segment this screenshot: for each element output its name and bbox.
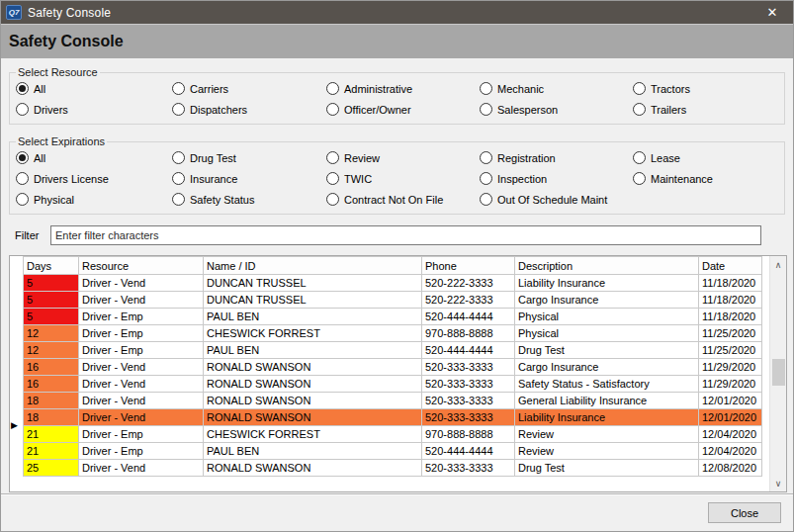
radio-circle-icon <box>480 151 492 164</box>
radio-label: Drug Test <box>190 152 236 164</box>
cell-phone: 520-333-3333 <box>422 460 515 477</box>
cell-phone: 520-444-4444 <box>422 443 515 460</box>
selected-row-marker-icon: ▶ <box>11 417 18 434</box>
table-row[interactable]: 12Driver - EmpPAUL BEN520-444-4444Drug T… <box>24 342 762 359</box>
vertical-scrollbar[interactable]: ∧ ∨ <box>769 256 786 491</box>
cell-days: 18 <box>24 409 79 426</box>
close-button[interactable]: Close <box>708 502 781 523</box>
radio-all[interactable]: All <box>16 147 172 168</box>
radio-twic[interactable]: TWIC <box>326 168 480 189</box>
table-row[interactable]: 18Driver - VendRONALD SWANSON520-333-333… <box>24 409 762 426</box>
table-row[interactable]: 18Driver - VendRONALD SWANSON520-333-333… <box>24 393 762 409</box>
radio-circle-icon <box>480 193 492 206</box>
radio-trailers[interactable]: Trailers <box>633 99 690 120</box>
radio-safety-status[interactable]: Safety Status <box>172 189 326 210</box>
radio-circle-icon <box>16 172 29 185</box>
radio-label: Mechanic <box>497 83 544 95</box>
cell-description: Review <box>515 426 699 443</box>
filter-input[interactable] <box>50 225 761 245</box>
radio-lease[interactable]: Lease <box>633 147 713 168</box>
table-row[interactable]: 5Driver - VendDUNCAN TRUSSEL520-222-3333… <box>24 292 762 309</box>
radio-column: Drug TestInsuranceSafety Status <box>172 147 326 210</box>
radio-circle-icon <box>326 103 339 116</box>
radio-circle-icon <box>16 193 29 206</box>
footer-bar: Close <box>1 493 793 531</box>
col-header-date[interactable]: Date <box>699 257 762 275</box>
radio-contract-not-on-file[interactable]: Contract Not On File <box>326 189 480 210</box>
cell-days: 12 <box>24 342 79 359</box>
cell-days: 21 <box>24 443 79 460</box>
radio-physical[interactable]: Physical <box>16 189 172 210</box>
table-row[interactable]: 21Driver - EmpPAUL BEN520-444-4444Review… <box>24 443 762 460</box>
radio-label: Maintenance <box>651 173 713 185</box>
radio-circle-icon <box>633 151 646 164</box>
cell-days: 21 <box>24 426 79 443</box>
radio-carriers[interactable]: Carriers <box>172 78 326 99</box>
scroll-up-icon[interactable]: ∧ <box>770 256 786 273</box>
col-header-phone[interactable]: Phone <box>422 257 515 275</box>
cell-phone: 520-333-3333 <box>422 359 515 376</box>
radio-all[interactable]: All <box>16 78 172 99</box>
table-row[interactable]: 25Driver - VendRONALD SWANSON520-333-333… <box>24 460 762 477</box>
cell-description: Liability Insurance <box>515 275 699 292</box>
safety-grid: Days Resource Name / ID Phone Descriptio… <box>23 256 762 477</box>
radio-officer-owner[interactable]: Officer/Owner <box>326 99 480 120</box>
radio-circle-icon <box>633 82 646 95</box>
app-icon: Q7 <box>6 5 22 20</box>
col-header-resource[interactable]: Resource <box>79 257 204 275</box>
table-row[interactable]: 5Driver - VendDUNCAN TRUSSEL520-222-3333… <box>24 275 762 292</box>
cell-description: General Liability Insurance <box>515 393 699 409</box>
radio-label: Tractors <box>651 83 690 95</box>
col-header-description[interactable]: Description <box>515 257 699 275</box>
radio-out-of-schedule-maint[interactable]: Out Of Schedule Maint <box>480 189 633 210</box>
cell-description: Drug Test <box>515 460 699 477</box>
filter-row: Filter <box>15 225 779 245</box>
radio-circle-icon <box>633 172 646 185</box>
radio-dispatchers[interactable]: Dispatchers <box>172 99 326 120</box>
radio-registration[interactable]: Registration <box>480 147 633 168</box>
radio-label: Insurance <box>190 173 237 185</box>
cell-name-id: DUNCAN TRUSSEL <box>204 292 422 309</box>
radio-administrative[interactable]: Administrative <box>326 78 480 99</box>
cell-date: 11/25/2020 <box>699 342 762 359</box>
scrollbar-thumb[interactable] <box>772 359 785 386</box>
cell-phone: 520-333-3333 <box>422 393 515 409</box>
radio-label: Administrative <box>344 83 412 95</box>
table-row[interactable]: 21Driver - EmpCHESWICK FORREST970-888-88… <box>24 426 762 443</box>
cell-days: 16 <box>24 376 79 393</box>
radio-inspection[interactable]: Inspection <box>480 168 633 189</box>
cell-name-id: CHESWICK FORREST <box>204 325 422 342</box>
radio-label: Officer/Owner <box>344 104 411 116</box>
radio-drug-test[interactable]: Drug Test <box>172 147 326 168</box>
radio-salesperson[interactable]: Salesperson <box>480 99 633 120</box>
close-icon[interactable]: ✕ <box>751 1 793 24</box>
cell-name-id: PAUL BEN <box>204 342 422 359</box>
cell-name-id: RONALD SWANSON <box>204 393 422 409</box>
table-row[interactable]: 12Driver - EmpCHESWICK FORREST970-888-88… <box>24 325 762 342</box>
radio-insurance[interactable]: Insurance <box>172 168 326 189</box>
table-row[interactable]: 16Driver - VendRONALD SWANSON520-333-333… <box>24 376 762 393</box>
scroll-down-icon[interactable]: ∨ <box>770 475 786 491</box>
cell-name-id: RONALD SWANSON <box>204 460 422 477</box>
radio-review[interactable]: Review <box>326 147 480 168</box>
resource-options: AllDriversCarriersDispatchersAdministrat… <box>16 78 778 120</box>
cell-description: Drug Test <box>515 342 699 359</box>
select-resource-group: Select Resource AllDriversCarriersDispat… <box>9 66 785 125</box>
radio-maintenance[interactable]: Maintenance <box>633 168 713 189</box>
cell-resource: Driver - Vend <box>79 393 204 409</box>
radio-drivers[interactable]: Drivers <box>16 99 172 120</box>
col-header-days[interactable]: Days <box>24 257 79 275</box>
radio-drivers-license[interactable]: Drivers License <box>16 168 172 189</box>
cell-date: 12/04/2020 <box>699 443 762 460</box>
cell-resource: Driver - Vend <box>79 376 204 393</box>
radio-mechanic[interactable]: Mechanic <box>480 78 633 99</box>
table-row[interactable]: 5Driver - EmpPAUL BEN520-444-4444Physica… <box>24 309 762 325</box>
radio-circle-icon <box>16 103 29 116</box>
cell-resource: Driver - Emp <box>79 309 204 325</box>
cell-date: 11/18/2020 <box>699 292 762 309</box>
col-header-name-id[interactable]: Name / ID <box>204 257 422 275</box>
radio-tractors[interactable]: Tractors <box>633 78 690 99</box>
cell-days: 5 <box>24 292 79 309</box>
table-row[interactable]: 16Driver - VendRONALD SWANSON520-333-333… <box>24 359 762 376</box>
cell-date: 11/29/2020 <box>699 376 762 393</box>
